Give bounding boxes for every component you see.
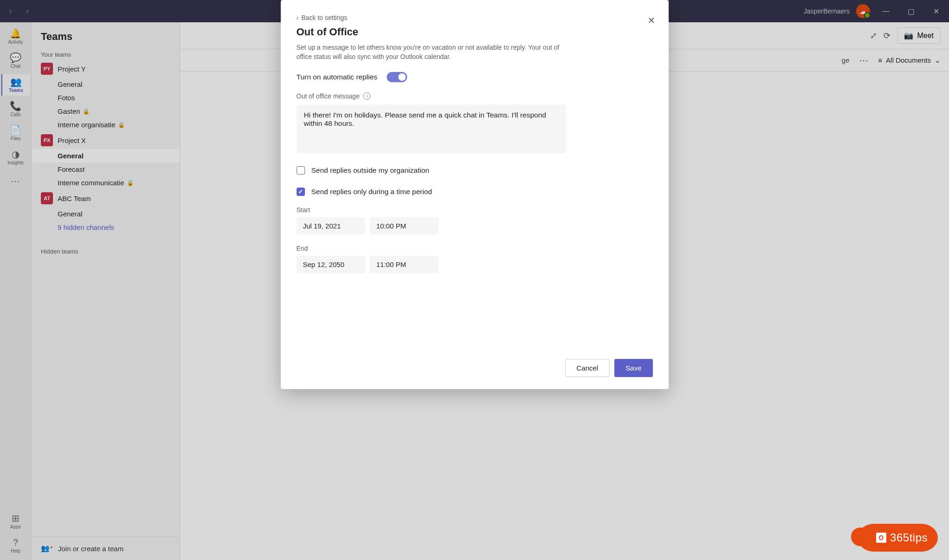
ooo-message-textarea[interactable]: Hi there! I'm on holidays. Please send m… [296,104,566,153]
end-time-input[interactable]: 11:00 PM [370,256,439,273]
out-of-office-modal: ‹ Back to settings ✕ Out of Office Set u… [281,0,668,389]
cancel-button[interactable]: Cancel [565,359,610,377]
end-date-input[interactable]: Sep 12, 2050 [296,256,365,273]
auto-replies-label: Turn on automatic replies [296,73,377,81]
ooo-message-label: Out of office message i [296,92,653,100]
ooo-message-label-text: Out of office message [296,92,360,100]
save-button[interactable]: Save [615,359,653,377]
office-icon: O [876,533,886,543]
start-label: Start [296,206,653,214]
modal-title: Out of Office [296,26,653,38]
outside-org-label: Send replies outside my organization [311,166,429,175]
watermark-badge: O 365tips [857,524,938,552]
end-label: End [296,245,653,252]
time-period-label: Send replies only during a time period [311,188,432,196]
info-icon[interactable]: i [363,92,371,100]
close-button[interactable]: ✕ [648,15,655,26]
auto-replies-toggle[interactable] [386,72,407,82]
time-period-checkbox[interactable]: ✓ [296,188,305,196]
start-time-input[interactable]: 10:00 PM [370,217,439,234]
modal-description: Set up a message to let others know you'… [296,43,575,62]
outside-org-checkbox[interactable] [296,166,305,175]
start-date-input[interactable]: Jul 19, 2021 [296,217,365,234]
back-to-settings-link[interactable]: ‹ Back to settings [296,14,347,21]
watermark-text: 365tips [890,531,928,544]
chevron-left-icon: ‹ [296,14,299,21]
back-label: Back to settings [301,14,347,21]
